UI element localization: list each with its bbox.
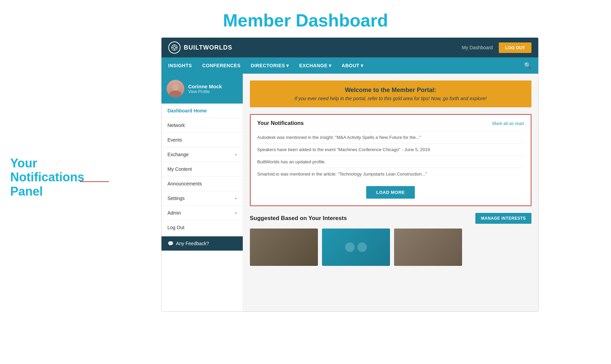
sidebar-item-label: Log Out bbox=[168, 225, 185, 230]
sidebar-item-network[interactable]: Network bbox=[162, 118, 243, 133]
notification-item: BuiltWorlds has an updated profile. bbox=[257, 156, 524, 168]
welcome-title: Welcome to the Member Portal: bbox=[258, 87, 523, 94]
feedback-icon: 💬 bbox=[168, 241, 173, 246]
sidebar-item-label: Exchange bbox=[168, 152, 189, 157]
notifications-header: Your Notifications Mark all as read bbox=[257, 120, 524, 126]
notification-item: Speakers have been added to the event "M… bbox=[257, 143, 524, 156]
sidebar-item-label: Network bbox=[168, 123, 185, 128]
content-area: Corinne Mock View Profile Dashboard Home… bbox=[162, 74, 538, 311]
load-more-button[interactable]: LOAD MORE bbox=[366, 186, 415, 199]
my-dashboard-link[interactable]: My Dashboard bbox=[462, 45, 493, 50]
sidebar-item-events[interactable]: Events bbox=[162, 133, 243, 147]
nav-about[interactable]: ABOUT ▾ bbox=[342, 63, 363, 68]
manage-interests-button[interactable]: MANAGE INTERESTS bbox=[475, 213, 531, 224]
suggested-header: Suggested Based on Your Interests MANAGE… bbox=[250, 213, 531, 224]
card-icon-1 bbox=[345, 242, 355, 252]
logo-icon bbox=[168, 41, 181, 54]
notifications-panel: Your Notifications Mark all as read Auto… bbox=[250, 114, 531, 206]
welcome-subtitle: If you ever need help in the portal, ref… bbox=[258, 96, 523, 101]
sidebar: Corinne Mock View Profile Dashboard Home… bbox=[162, 74, 243, 311]
admin-dropdown-caret: ▾ bbox=[235, 211, 237, 215]
card-inner bbox=[322, 229, 390, 266]
card-inner bbox=[250, 229, 318, 266]
nav-insights[interactable]: INSIGHTS bbox=[168, 63, 192, 68]
search-icon[interactable]: 🔍 bbox=[524, 62, 531, 69]
top-bar-right: My Dashboard LOG OUT bbox=[462, 42, 531, 53]
logout-button[interactable]: LOG OUT bbox=[499, 42, 531, 53]
page-wrapper: Member Dashboard YourNotificationsPanel bbox=[0, 0, 611, 364]
sidebar-item-label: Dashboard Home bbox=[168, 108, 207, 113]
cards-row bbox=[250, 229, 531, 266]
card-inner bbox=[394, 229, 462, 266]
sidebar-item-label: My Content bbox=[168, 166, 192, 172]
sidebar-item-label: Announcements bbox=[168, 181, 202, 186]
svg-point-1 bbox=[173, 46, 175, 49]
annotation-arrow bbox=[80, 181, 109, 182]
top-bar: BUILTWORLDS My Dashboard LOG OUT bbox=[162, 38, 538, 57]
avatar-face bbox=[167, 80, 184, 97]
card-icons bbox=[345, 242, 367, 252]
settings-dropdown-caret: ▾ bbox=[235, 197, 237, 200]
sidebar-item-label: Admin bbox=[168, 210, 181, 216]
logo-text: BUILTWORLDS bbox=[184, 44, 233, 51]
about-caret: ▾ bbox=[361, 63, 363, 68]
exchange-dropdown-caret: ▾ bbox=[235, 153, 237, 157]
suggested-title: Suggested Based on Your Interests bbox=[250, 215, 347, 222]
nav-links: INSIGHTS CONFERENCES DIRECTORIES ▾ EXCHA… bbox=[168, 63, 363, 68]
mark-all-read-link[interactable]: Mark all as read bbox=[492, 121, 524, 126]
view-profile-link[interactable]: View Profile bbox=[188, 89, 222, 94]
suggested-card-1[interactable] bbox=[250, 229, 318, 266]
welcome-banner: Welcome to the Member Portal: If you eve… bbox=[250, 80, 531, 107]
suggested-card-3[interactable] bbox=[394, 229, 462, 266]
sidebar-item-label: Events bbox=[168, 137, 182, 143]
sidebar-item-settings[interactable]: Settings ▾ bbox=[162, 191, 243, 206]
sidebar-item-dashboard-home[interactable]: Dashboard Home bbox=[162, 104, 243, 118]
feedback-item[interactable]: 💬 Any Feedback? bbox=[162, 236, 243, 251]
sidebar-item-announcements[interactable]: Announcements bbox=[162, 177, 243, 191]
nav-exchange[interactable]: EXCHANGE ▾ bbox=[299, 63, 332, 68]
sidebar-item-exchange[interactable]: Exchange ▾ bbox=[162, 147, 243, 162]
sidebar-item-my-content[interactable]: My Content bbox=[162, 162, 243, 177]
page-title: Member Dashboard bbox=[0, 10, 611, 31]
sidebar-item-label: Settings bbox=[168, 196, 185, 201]
notification-item: Autodesk was mentioned in the insight: "… bbox=[257, 131, 524, 143]
sidebar-item-logout[interactable]: Log Out bbox=[162, 220, 243, 235]
suggested-card-2[interactable] bbox=[322, 229, 390, 266]
feedback-label: Any Feedback? bbox=[176, 241, 209, 246]
profile-info: Corinne Mock View Profile bbox=[188, 84, 222, 94]
exchange-caret: ▾ bbox=[329, 63, 332, 68]
notifications-title: Your Notifications bbox=[257, 120, 304, 126]
nav-bar: INSIGHTS CONFERENCES DIRECTORIES ▾ EXCHA… bbox=[162, 57, 538, 74]
directories-caret: ▾ bbox=[286, 63, 289, 68]
notification-item: Smartvid.io was mentioned in the article… bbox=[257, 168, 524, 180]
logo-area: BUILTWORLDS bbox=[168, 41, 233, 54]
sidebar-menu: Dashboard Home Network Events Exchange ▾… bbox=[162, 104, 243, 235]
page-title-area: Member Dashboard bbox=[0, 0, 611, 37]
annotation-label: YourNotificationsPanel bbox=[10, 156, 78, 198]
nav-conferences[interactable]: CONFERENCES bbox=[202, 63, 241, 68]
browser-frame: BUILTWORLDS My Dashboard LOG OUT INSIGHT… bbox=[161, 37, 539, 312]
avatar bbox=[167, 80, 184, 97]
card-icon-2 bbox=[357, 242, 367, 252]
profile-area: Corinne Mock View Profile bbox=[162, 74, 243, 104]
main-content: Welcome to the Member Portal: If you eve… bbox=[243, 74, 538, 311]
sidebar-item-admin[interactable]: Admin ▾ bbox=[162, 206, 243, 220]
profile-name: Corinne Mock bbox=[188, 84, 222, 89]
nav-directories[interactable]: DIRECTORIES ▾ bbox=[251, 63, 289, 68]
